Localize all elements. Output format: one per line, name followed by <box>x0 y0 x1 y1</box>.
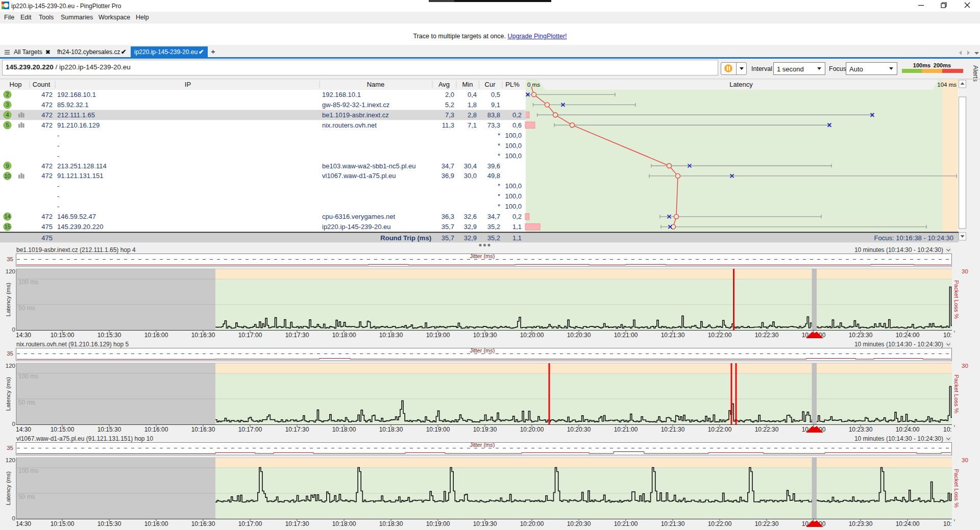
svg-text:10:17:00: 10:17:00 <box>238 520 262 527</box>
svg-text:Packet Loss %: Packet Loss % <box>953 374 960 413</box>
svg-text:35: 35 <box>7 445 13 451</box>
svg-text:10:21:00: 10:21:00 <box>614 426 638 433</box>
svg-text:10:22:00: 10:22:00 <box>708 520 732 527</box>
svg-text:Latency (ms): Latency (ms) <box>5 377 11 411</box>
svg-text:10:16:00: 10:16:00 <box>144 426 168 433</box>
svg-text:0: 0 <box>12 421 15 427</box>
svg-text:100 ms: 100 ms <box>18 373 38 380</box>
svg-text:10:22:30: 10:22:30 <box>755 332 779 339</box>
svg-text:10:17:00: 10:17:00 <box>238 426 262 433</box>
svg-text:30: 30 <box>962 268 968 274</box>
svg-text:10 minutes (10:14:30 - 10:24:3: 10 minutes (10:14:30 - 10:24:30) <box>854 246 943 254</box>
svg-text:10:19:00: 10:19:00 <box>426 426 450 433</box>
svg-text:120: 120 <box>6 457 15 463</box>
svg-text:10:17:30: 10:17:30 <box>285 332 309 339</box>
svg-text:10:15:00: 10:15:00 <box>51 332 75 339</box>
svg-text:10:22:00: 10:22:00 <box>708 332 732 339</box>
svg-text:10:18:00: 10:18:00 <box>332 332 356 339</box>
svg-text:Jitter (ms): Jitter (ms) <box>470 442 495 448</box>
svg-text:10:: 10: <box>943 426 952 433</box>
svg-text:10:20:00: 10:20:00 <box>520 332 544 339</box>
svg-text:Packet Loss %: Packet Loss % <box>953 469 960 508</box>
svg-text:10:: 10: <box>943 332 952 339</box>
svg-text:10 minutes (10:14:30 - 10:24:3: 10 minutes (10:14:30 - 10:24:30) <box>854 341 943 348</box>
svg-text:30: 30 <box>962 457 968 463</box>
svg-text:10:15:30: 10:15:30 <box>97 520 121 527</box>
svg-text:10:23:30: 10:23:30 <box>849 332 873 339</box>
svg-text:10:15:00: 10:15:00 <box>51 426 75 433</box>
svg-text:50 ms: 50 ms <box>18 305 35 312</box>
svg-text:10:19:30: 10:19:30 <box>473 332 497 339</box>
svg-text:120: 120 <box>6 268 15 274</box>
svg-text:10:19:30: 10:19:30 <box>473 520 497 527</box>
svg-text:10:18:00: 10:18:00 <box>332 520 356 527</box>
svg-text:10:17:00: 10:17:00 <box>238 332 262 339</box>
svg-text:50 ms: 50 ms <box>18 493 35 500</box>
svg-text:Latency (ms): Latency (ms) <box>5 471 11 506</box>
svg-text:0: 0 <box>12 326 15 333</box>
svg-text:10:21:30: 10:21:30 <box>661 332 685 339</box>
svg-text:10:21:30: 10:21:30 <box>661 520 685 527</box>
svg-text:Jitter (ms): Jitter (ms) <box>470 253 495 259</box>
svg-text:10:21:00: 10:21:00 <box>614 520 638 527</box>
svg-text:Packet Loss %: Packet Loss % <box>953 280 960 319</box>
svg-text:10:23:30: 10:23:30 <box>849 426 873 433</box>
svg-text:100 ms: 100 ms <box>18 279 38 286</box>
svg-text:10:22:30: 10:22:30 <box>755 426 779 433</box>
svg-text:10:22:00: 10:22:00 <box>708 426 732 433</box>
svg-text:nix.routers.ovh.net (91.210.16: nix.routers.ovh.net (91.210.16.129) hop … <box>16 341 129 348</box>
svg-text:10:19:00: 10:19:00 <box>426 520 450 527</box>
svg-text:14:30: 14:30 <box>16 520 31 527</box>
svg-text:10:20:00: 10:20:00 <box>520 426 544 433</box>
svg-text:10:16:30: 10:16:30 <box>191 426 215 433</box>
svg-text:10:17:30: 10:17:30 <box>285 426 309 433</box>
svg-text:10:18:00: 10:18:00 <box>332 426 356 433</box>
svg-text:10:16:30: 10:16:30 <box>191 520 215 527</box>
svg-text:35: 35 <box>7 256 13 262</box>
svg-text:14:30: 14:30 <box>16 332 31 339</box>
svg-text:10:19:00: 10:19:00 <box>426 332 450 339</box>
svg-text:10:22:30: 10:22:30 <box>755 520 779 527</box>
svg-text:10:20:30: 10:20:30 <box>567 426 591 433</box>
svg-text:10:15:30: 10:15:30 <box>97 332 121 339</box>
svg-text:10:: 10: <box>943 520 952 527</box>
svg-text:0: 0 <box>12 515 15 521</box>
svg-text:10:15:30: 10:15:30 <box>97 426 121 433</box>
svg-text:10:24:00: 10:24:00 <box>896 426 920 433</box>
svg-text:10:23:30: 10:23:30 <box>849 520 873 527</box>
svg-text:vl1067.waw-d1-a75.pl.eu (91.12: vl1067.waw-d1-a75.pl.eu (91.121.131.151)… <box>16 435 154 442</box>
svg-text:Jitter (ms): Jitter (ms) <box>470 347 495 354</box>
svg-text:10:24:00: 10:24:00 <box>896 332 920 339</box>
svg-text:10:20:30: 10:20:30 <box>567 332 591 339</box>
svg-text:30: 30 <box>962 363 968 369</box>
svg-text:10:16:30: 10:16:30 <box>191 332 215 339</box>
svg-text:10:18:30: 10:18:30 <box>379 332 403 339</box>
svg-text:14:30: 14:30 <box>16 426 31 433</box>
svg-text:10:21:00: 10:21:00 <box>614 332 638 339</box>
svg-text:10 minutes (10:14:30 - 10:24:3: 10 minutes (10:14:30 - 10:24:30) <box>854 435 943 442</box>
svg-text:10:16:00: 10:16:00 <box>144 332 168 339</box>
svg-text:10:24:00: 10:24:00 <box>896 520 920 527</box>
svg-text:10:19:30: 10:19:30 <box>473 426 497 433</box>
svg-text:Latency (ms): Latency (ms) <box>5 283 11 317</box>
svg-text:50 ms: 50 ms <box>18 399 35 406</box>
svg-text:10:16:00: 10:16:00 <box>144 520 168 527</box>
svg-text:120: 120 <box>6 363 15 369</box>
svg-text:be1.1019-asbr.inext.cz (212.11: be1.1019-asbr.inext.cz (212.111.1.65) ho… <box>16 246 136 254</box>
svg-text:10:15:00: 10:15:00 <box>51 520 75 527</box>
svg-text:10:20:30: 10:20:30 <box>567 520 591 527</box>
svg-text:10:18:30: 10:18:30 <box>379 426 403 433</box>
svg-text:100 ms: 100 ms <box>18 467 38 474</box>
svg-text:10:20:00: 10:20:00 <box>520 520 544 527</box>
svg-text:10:21:30: 10:21:30 <box>661 426 685 433</box>
svg-text:35: 35 <box>7 350 13 357</box>
svg-text:10:17:30: 10:17:30 <box>285 520 309 527</box>
svg-text:10:18:30: 10:18:30 <box>379 520 403 527</box>
